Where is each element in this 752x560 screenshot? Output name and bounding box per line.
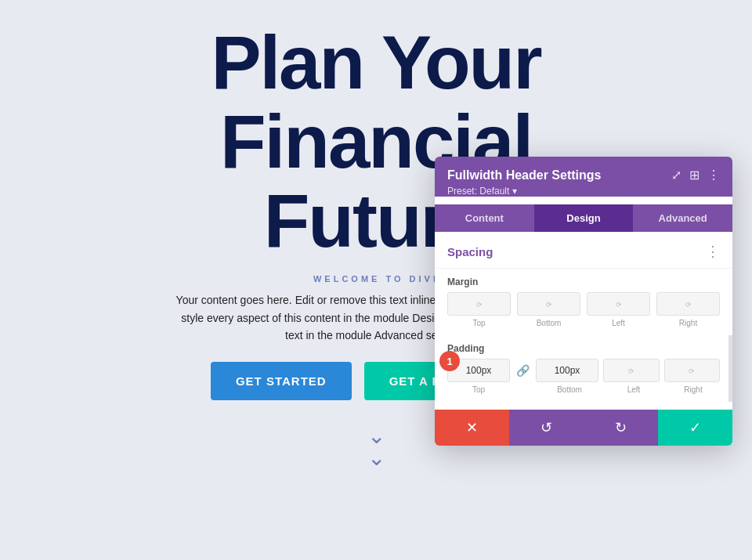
tab-advanced[interactable]: Advanced: [633, 204, 732, 232]
link-padding-icon[interactable]: 🔗: [515, 364, 531, 377]
panel-footer: ✕ ↺ ↻ ✓: [435, 410, 732, 446]
margin-bottom-label: Bottom: [517, 319, 580, 327]
margin-section: Margin ⟳ ⟳ ⟳ ⟳ Top Bottom Left Righ: [435, 269, 732, 335]
cancel-button[interactable]: ✕: [435, 410, 509, 446]
margin-bottom-input[interactable]: ⟳: [517, 292, 580, 316]
undo-button[interactable]: ↺: [509, 410, 584, 446]
padding-top-label: Top: [447, 385, 510, 394]
spacing-section-header: Spacing ⋮: [435, 232, 732, 269]
welcome-label: Welcome to Divi: [313, 274, 439, 284]
margin-right-input[interactable]: ⟳: [656, 292, 720, 316]
scroll-down-icon[interactable]: ⌄⌄: [367, 425, 385, 469]
panel-body: Spacing ⋮ Margin ⟳ ⟳ ⟳ ⟳ Top: [435, 232, 732, 410]
hero-title-line1: Plan Your: [211, 20, 540, 104]
panel-header: Fullwidth Header Settings ⤢ ⊞ ⋮ Preset: …: [435, 157, 732, 197]
spacing-section-title: Spacing: [447, 245, 493, 258]
padding-sublabels: Top Bottom Left Right: [447, 385, 720, 394]
maximize-icon[interactable]: ⤢: [671, 168, 682, 182]
panel-right-strip: [728, 335, 732, 402]
margin-left-label: Left: [587, 319, 650, 327]
tab-design[interactable]: Design: [534, 204, 634, 232]
padding-badge: 1: [439, 351, 460, 371]
margin-right-label: Right: [656, 319, 720, 327]
margin-inputs: ⟳ ⟳ ⟳ ⟳: [447, 292, 720, 316]
padding-section: Padding 100px 1 🔗 100px ⟳ ⟳ Top Bo: [435, 335, 732, 402]
more-options-icon[interactable]: ⋮: [707, 168, 720, 182]
margin-sublabels: Top Bottom Left Right: [447, 319, 720, 327]
padding-left-label: Left: [607, 385, 660, 394]
padding-left-input[interactable]: ⟳: [603, 359, 660, 382]
margin-left-input[interactable]: ⟳: [587, 292, 650, 316]
panel-title: Fullwidth Header Settings: [447, 168, 601, 182]
get-started-button[interactable]: Get Started: [211, 362, 352, 400]
panel-header-icons: ⤢ ⊞ ⋮: [671, 168, 720, 182]
padding-label: Padding: [447, 343, 720, 354]
padding-bottom-input[interactable]: 100px: [536, 359, 598, 382]
settings-panel: Fullwidth Header Settings ⤢ ⊞ ⋮ Preset: …: [435, 157, 732, 446]
panel-tabs: Content Design Advanced: [435, 204, 732, 232]
margin-top-input[interactable]: ⟳: [447, 292, 511, 316]
save-button[interactable]: ✓: [658, 410, 732, 446]
spacing-options-icon[interactable]: ⋮: [706, 243, 720, 260]
redo-button[interactable]: ↻: [584, 410, 658, 446]
padding-right-input[interactable]: ⟳: [664, 359, 721, 382]
panel-preset[interactable]: Preset: Default ▾: [447, 186, 720, 197]
margin-label: Margin: [447, 276, 720, 287]
tab-content[interactable]: Content: [435, 204, 534, 232]
padding-inputs: 100px 1 🔗 100px ⟳ ⟳: [447, 359, 720, 382]
padding-right-label: Right: [667, 385, 720, 394]
grid-icon[interactable]: ⊞: [689, 168, 700, 182]
padding-bottom-label: Bottom: [538, 385, 601, 394]
margin-top-label: Top: [447, 319, 511, 327]
